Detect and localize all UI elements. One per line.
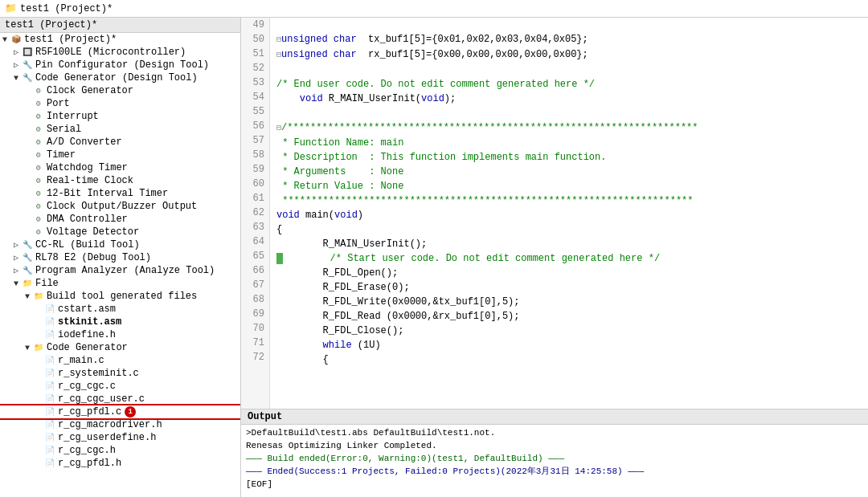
line-num-59: 59 xyxy=(246,162,264,177)
tree-icon-code-generator: 🔧 xyxy=(21,72,34,84)
line-num-72: 72 xyxy=(246,350,264,365)
tree-item-file[interactable]: ▼📁File xyxy=(0,277,240,290)
tree-label-timer: Timer xyxy=(47,149,76,161)
tree-item-timer[interactable]: ⚙Timer xyxy=(0,149,240,161)
tree-label-voltage-detector: Voltage Detector xyxy=(47,226,139,238)
tree-icon-realtime-clock: ⚙ xyxy=(32,175,45,186)
line-numbers: 4950515253545556575859606162636465666768… xyxy=(241,18,270,409)
line-num-54: 54 xyxy=(246,90,264,104)
line-num-56: 56 xyxy=(246,119,264,133)
tree-icon-timer: ⚙ xyxy=(32,149,45,161)
tree-item-build-tool-gen[interactable]: ▼📁Build tool generated files xyxy=(0,290,240,303)
tree-item-rl78-e2[interactable]: ▷🔧RL78 E2 (Debug Tool) xyxy=(0,251,240,264)
tree-label-r-cg-pfdl-h: r_cg_pfdl.h xyxy=(58,458,121,469)
code-line-51: ⊟unsigned char rx_buf1[5]={0x00,0x00,0x0… xyxy=(276,47,862,63)
tree-item-12bit-interval[interactable]: ⚙12-Bit Interval Timer xyxy=(0,187,240,200)
tree-icon-r-cg-cgc-c: 📄 xyxy=(43,381,56,392)
tree-icon-r-cg-cgc-h: 📄 xyxy=(43,445,56,456)
tree-label-file: File xyxy=(35,278,59,289)
code-line-71: while (1U) xyxy=(276,338,862,352)
line-num-70: 70 xyxy=(246,321,264,336)
tree-item-voltage-detector[interactable]: ⚙Voltage Detector xyxy=(0,226,240,238)
output-line: [EOF] xyxy=(246,478,863,491)
tree-item-microcontroller[interactable]: ▷🔲R5F100LE (Microcontroller) xyxy=(0,46,240,59)
tree-item-r-cg-cgc-user-c[interactable]: 📄r_cg_cgc_user.c xyxy=(0,393,240,405)
tree-label-clock-generator: Clock Generator xyxy=(47,85,133,96)
tree-item-code-generator-folder[interactable]: ▼📁Code Generator xyxy=(0,341,240,354)
tree-label-code-generator-folder: Code Generator xyxy=(47,342,128,353)
left-panel-title: test1 (Project)* xyxy=(5,19,97,31)
line-num-66: 66 xyxy=(246,263,264,278)
tree-label-interrupt: Interrupt xyxy=(47,111,99,122)
tree-item-dma-controller[interactable]: ⚙DMA Controller xyxy=(0,213,240,226)
code-line-55 xyxy=(276,106,862,120)
line-num-64: 64 xyxy=(246,234,264,249)
tree-icon-r-systeminit-c: 📄 xyxy=(43,368,56,379)
tree-item-r-main-c[interactable]: 📄r_main.c xyxy=(0,354,240,367)
tree-arrow-project[interactable]: ▼ xyxy=(0,35,10,44)
tree-arrow-code-generator-folder[interactable]: ▼ xyxy=(23,344,32,352)
tree-arrow-rl78-e2[interactable]: ▷ xyxy=(11,253,21,263)
tree-label-build-tool-gen: Build tool generated files xyxy=(47,291,197,302)
output-content[interactable]: >DefaultBuild\test1.abs DefaultBuild\tes… xyxy=(241,425,868,497)
tree-item-stkinit-asm[interactable]: 📄stkinit.asm xyxy=(0,316,240,328)
tree-label-stkinit-asm: stkinit.asm xyxy=(58,316,121,328)
code-line-66: R_FDL_Open(); xyxy=(276,266,862,280)
tree-item-serial[interactable]: ⚙Serial xyxy=(0,123,240,136)
tree-label-r-cg-pfdl-c: r_cg_pfdl.c xyxy=(58,406,121,418)
tree-item-code-generator[interactable]: ▼🔧Code Generator (Design Tool) xyxy=(0,71,240,84)
tree-item-port[interactable]: ⚙Port xyxy=(0,97,240,110)
tree-item-r-cg-pfdl-h[interactable]: 📄r_cg_pfdl.h xyxy=(0,457,240,470)
tree-item-r-systeminit-c[interactable]: 📄r_systeminit.c xyxy=(0,367,240,380)
tree-icon-clock-output: ⚙ xyxy=(32,201,45,212)
code-line-58: * Description : This function implements… xyxy=(276,150,862,165)
tree-arrow-file[interactable]: ▼ xyxy=(11,279,21,288)
tree-item-cc-rl[interactable]: ▷🔧CC-RL (Build Tool) xyxy=(0,238,240,251)
tree-item-r-cg-cgc-h[interactable]: 📄r_cg_cgc.h xyxy=(0,444,240,457)
left-panel-header: test1 (Project)* xyxy=(0,18,240,33)
tree-label-microcontroller: R5F100LE (Microcontroller) xyxy=(35,47,186,58)
tree-arrow-pin-configurator[interactable]: ▷ xyxy=(11,60,21,70)
tree-arrow-microcontroller[interactable]: ▷ xyxy=(11,47,21,57)
tree-item-pin-configurator[interactable]: ▷🔧Pin Configurator (Design Tool) xyxy=(0,59,240,71)
tree-container[interactable]: ▼📦test1 (Project)*▷🔲R5F100LE (Microcontr… xyxy=(0,33,240,497)
tree-icon-watchdog-timer: ⚙ xyxy=(32,162,45,173)
output-panel: Output >DefaultBuild\test1.abs DefaultBu… xyxy=(241,409,868,497)
output-line: ——— Ended(Success:1 Projects, Failed:0 P… xyxy=(246,465,863,478)
title-bar: 📁 test1 (Project)* xyxy=(0,0,868,18)
tree-item-r-cg-cgc-c[interactable]: 📄r_cg_cgc.c xyxy=(0,380,240,393)
tree-item-r-cg-pfdl-c[interactable]: 📄r_cg_pfdl.c1 xyxy=(0,405,240,418)
tree-item-r-cg-macrodriver-h[interactable]: 📄r_cg_macrodriver.h xyxy=(0,418,240,431)
tree-item-watchdog-timer[interactable]: ⚙Watchdog Timer xyxy=(0,161,240,174)
tree-label-cstart-asm: cstart.asm xyxy=(58,303,116,315)
line-num-71: 71 xyxy=(246,336,264,350)
tree-item-r-cg-userdefine-h[interactable]: 📄r_cg_userdefine.h xyxy=(0,431,240,444)
tree-icon-interrupt: ⚙ xyxy=(32,111,45,122)
tree-item-interrupt[interactable]: ⚙Interrupt xyxy=(0,110,240,123)
line-num-67: 67 xyxy=(246,278,264,292)
tree-label-ad-converter: A/D Converter xyxy=(47,136,122,148)
tree-arrow-cc-rl[interactable]: ▷ xyxy=(11,240,21,250)
tree-item-realtime-clock[interactable]: ⚙Real-time Clock xyxy=(0,174,240,187)
code-line-53: /* End user code. Do not edit comment ge… xyxy=(276,77,862,92)
tree-item-clock-generator[interactable]: ⚙Clock Generator xyxy=(0,84,240,97)
tree-icon-12bit-interval: ⚙ xyxy=(32,188,45,199)
code-line-64: R_MAIN_UserInit(); xyxy=(276,237,862,251)
tree-label-realtime-clock: Real-time Clock xyxy=(47,175,133,186)
tree-item-clock-output[interactable]: ⚙Clock Output/Buzzer Output xyxy=(0,200,240,213)
badge-r-cg-pfdl-c: 1 xyxy=(125,406,136,418)
tree-arrow-program-analyzer[interactable]: ▷ xyxy=(11,266,21,275)
tree-item-program-analyzer[interactable]: ▷🔧Program Analyzer (Analyze Tool) xyxy=(0,264,240,277)
tree-label-dma-controller: DMA Controller xyxy=(47,214,128,225)
tree-item-ad-converter[interactable]: ⚙A/D Converter xyxy=(0,136,240,149)
tree-item-project[interactable]: ▼📦test1 (Project)* xyxy=(0,33,240,46)
tree-arrow-build-tool-gen[interactable]: ▼ xyxy=(23,292,32,301)
line-num-55: 55 xyxy=(246,104,264,119)
tree-item-iodefine-h[interactable]: 📄iodefine.h xyxy=(0,328,240,341)
code-area[interactable]: 4950515253545556575859606162636465666768… xyxy=(241,18,868,409)
tree-item-cstart-asm[interactable]: 📄cstart.asm xyxy=(0,303,240,316)
tree-icon-program-analyzer: 🔧 xyxy=(21,265,34,276)
code-line-57: * Function Name: main xyxy=(276,136,862,150)
tree-arrow-code-generator[interactable]: ▼ xyxy=(11,74,21,83)
tree-icon-code-generator-folder: 📁 xyxy=(32,342,45,353)
